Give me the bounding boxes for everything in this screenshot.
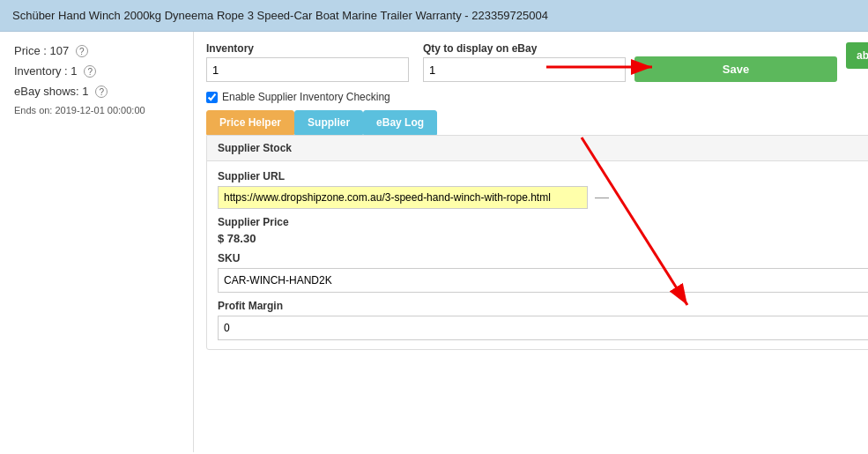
ebay-shows-label: eBay shows: [14, 85, 79, 98]
tabs-row: Price Helper Supplier eBay Log [206, 110, 868, 135]
qty-input[interactable] [423, 57, 626, 82]
right-actions: able Scarcity Manager ? Delete Item ✕ ? [846, 42, 868, 97]
supplier-url-input[interactable] [218, 186, 588, 209]
ends-on: Ends on: 2019-12-01 00:00:00 [14, 105, 179, 115]
price-value: 107 [49, 44, 69, 57]
tab-price-helper[interactable]: Price Helper [206, 110, 294, 135]
inventory-form-group: Inventory [206, 42, 409, 82]
tab-supplier[interactable]: Supplier [294, 110, 363, 135]
inventory-label: Inventory : [14, 64, 68, 78]
top-actions-row: Inventory Qty to display on eBay Enable … [206, 42, 868, 103]
inventory-field-label: Inventory [206, 42, 409, 55]
price-field-label: Supplier Price [218, 216, 868, 228]
supplier-body: Supplier URL — Go Supplier Price $ 78.30… [207, 161, 868, 349]
content-area: Price : 107 ? Inventory : 1 ? eBay shows… [0, 32, 868, 452]
ebay-shows-row: eBay shows: 1 ? [14, 85, 179, 98]
supplier-inventory-label: Enable Supplier Inventory Checking [222, 91, 390, 103]
ends-on-value: 2019-12-01 00:00:00 [55, 105, 145, 115]
tab-ebay-log[interactable]: eBay Log [363, 110, 437, 135]
scarcity-button[interactable]: able Scarcity Manager [846, 42, 868, 69]
left-panel: Price : 107 ? Inventory : 1 ? eBay shows… [0, 32, 194, 452]
inventory-help-icon[interactable]: ? [84, 65, 96, 78]
scarcity-button-label: able Scarcity Manager [857, 49, 868, 62]
ends-on-label: Ends on: [14, 105, 52, 115]
url-label: Supplier URL [218, 170, 868, 182]
checkbox-row: Enable Supplier Inventory Checking [206, 91, 626, 103]
main-panel: Inventory Qty to display on eBay Enable … [194, 32, 868, 452]
url-dash: — [595, 190, 609, 205]
inventory-input[interactable] [206, 57, 409, 82]
profit-row: % Save Unset [218, 316, 868, 340]
price-label: Price : [14, 44, 47, 57]
profit-label: Profit Margin [218, 300, 868, 312]
title-bar: Schüber Hand Winch 2000kg Dyneema Rope 3… [0, 0, 868, 32]
qty-form-group: Qty to display on eBay [423, 42, 626, 82]
inventory-row: Inventory : 1 ? [14, 64, 179, 78]
inventory-value: 1 [70, 64, 77, 78]
ebay-shows-help-icon[interactable]: ? [95, 86, 108, 98]
product-title: Schüber Hand Winch 2000kg Dyneema Rope 3… [12, 9, 548, 22]
price-row: Price : 107 ? [14, 44, 179, 57]
main-container: Schüber Hand Winch 2000kg Dyneema Rope 3… [0, 0, 868, 454]
ebay-shows-value: 1 [82, 85, 88, 98]
price-help-icon[interactable]: ? [76, 45, 88, 57]
url-row: — Go [218, 186, 868, 209]
save-main-button[interactable]: Save [634, 56, 837, 82]
sku-input[interactable] [218, 268, 868, 293]
sku-label: SKU [218, 252, 868, 264]
supplier-price-value: $ 78.30 [218, 232, 868, 245]
form-save-group: Save [634, 56, 837, 82]
supplier-section: Supplier Stock Supplier URL — Go Supplie… [206, 135, 868, 350]
qty-field-label: Qty to display on eBay [423, 42, 626, 55]
profit-input[interactable] [218, 316, 868, 340]
supplier-inventory-checkbox[interactable] [206, 92, 218, 103]
supplier-header: Supplier Stock [207, 136, 868, 161]
